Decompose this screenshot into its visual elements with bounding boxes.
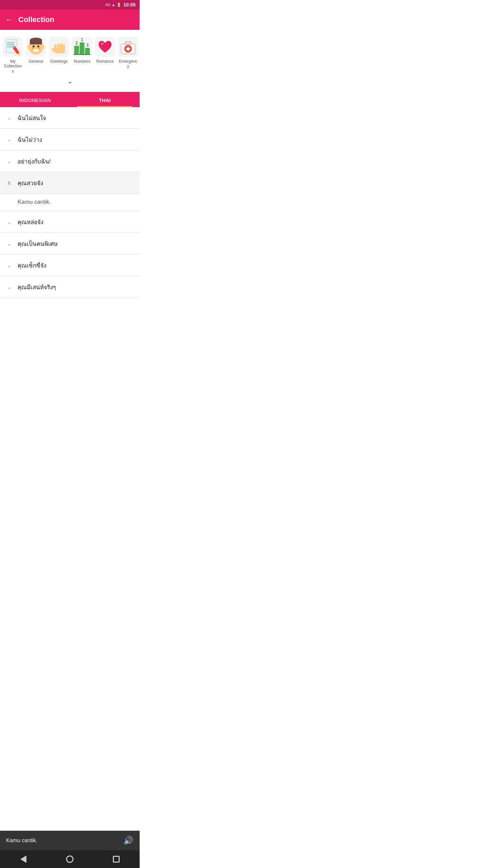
translation-row-4: Kamu cantik. [0, 194, 140, 211]
phrase-row-2[interactable]: ⌄ ฉันไม่ว่าง [0, 129, 140, 151]
tab-thai[interactable]: THAI [70, 92, 140, 107]
phrase-row-5[interactable]: ⌄ คุณหล่อจัง [0, 211, 140, 233]
signal-icon: ▲ [111, 3, 115, 7]
phrase-row-6[interactable]: ⌄ คุณเป็นคนพิเศษ [0, 233, 140, 255]
svg-rect-28 [80, 42, 84, 54]
tab-indonesian[interactable]: INDONESIAN [0, 92, 70, 107]
chevron-down-icon-6: ⌄ [5, 240, 13, 247]
svg-point-13 [37, 45, 39, 47]
chevron-down-icon-7: ⌄ [5, 262, 13, 269]
greetings-label: Greetings [50, 59, 68, 64]
category-emergency[interactable]: Emergency [117, 35, 140, 75]
phrase-text-1: ฉันไม่สนใจ [18, 113, 46, 122]
page-title: Collection [18, 15, 54, 24]
app-bar: ← Collection [0, 9, 140, 30]
category-general[interactable]: General [24, 35, 47, 75]
svg-rect-38 [126, 48, 130, 50]
greetings-svg-icon [50, 38, 68, 56]
phrase-row-1[interactable]: ⌄ ฉันไม่สนใจ [0, 107, 140, 129]
tabs-bar: INDONESIAN THAI [0, 92, 140, 107]
battery-icon: 🔋 [117, 3, 121, 7]
network-icon: 4G [105, 3, 110, 7]
phrase-list: ⌄ ฉันไม่สนใจ ⌄ ฉันไม่ว่าง ⌄ อย่ายุ่งกับฉ… [0, 107, 140, 298]
my-collections-label: My Collections [3, 59, 22, 74]
greetings-icon-wrap [49, 37, 69, 57]
general-icon-wrap [26, 37, 46, 57]
phrase-text-8: คุณมีเสน่ห์จริงๆ [18, 282, 56, 292]
emergency-label: Emergency [119, 59, 138, 69]
numbers-label: Numbers [74, 59, 90, 64]
emergency-svg-icon [119, 38, 137, 56]
svg-point-19 [42, 45, 44, 49]
category-my-collections[interactable]: My Collections [1, 35, 24, 75]
phrase-text-6: คุณเป็นคนพิเศษ [18, 239, 58, 248]
phrase-row-3[interactable]: ⌄ อย่ายุ่งกับฉัน! [0, 151, 140, 172]
svg-rect-32 [74, 54, 90, 55]
expand-row: ⌄ [0, 75, 140, 89]
svg-point-12 [33, 45, 35, 47]
numbers-svg-icon: 2 1 3 [73, 38, 91, 56]
chevron-down-icon-2: ⌄ [5, 136, 13, 143]
status-bar: 4G ▲ 🔋 10:05 [0, 0, 140, 9]
phrase-row-7[interactable]: ⌄ คุณเซ็กซี่จัง [0, 255, 140, 276]
general-label: General [29, 59, 43, 64]
categories-row: My Collections [0, 35, 140, 75]
chevron-down-icon-5: ⌄ [5, 218, 13, 225]
phrase-text-7: คุณเซ็กซี่จัง [18, 261, 46, 270]
svg-text:2: 2 [76, 41, 78, 45]
category-romance[interactable]: Romance [94, 35, 117, 75]
svg-rect-35 [125, 42, 131, 44]
romance-icon-wrap [95, 37, 115, 57]
phrase-row-4[interactable]: ∧ คุณสวยจัง [0, 172, 140, 194]
general-svg-icon [27, 38, 45, 56]
svg-point-15 [39, 48, 40, 49]
translation-text-4: Kamu cantik. [18, 199, 51, 205]
chevron-down-icon-1: ⌄ [5, 114, 13, 121]
my-collections-svg-icon [4, 38, 22, 56]
emergency-icon-wrap [118, 37, 138, 57]
svg-rect-24 [54, 48, 65, 53]
expand-chevron-icon[interactable]: ⌄ [67, 77, 73, 85]
phrase-text-5: คุณหล่อจัง [18, 217, 43, 226]
my-collections-icon-wrap [3, 37, 23, 57]
svg-rect-26 [74, 46, 79, 54]
categories-section: My Collections [0, 30, 140, 92]
svg-point-8 [15, 55, 16, 56]
chevron-up-icon-4: ∧ [5, 179, 13, 186]
svg-point-18 [27, 45, 30, 49]
phrase-text-3: อย่ายุ่งกับฉัน! [18, 157, 51, 166]
numbers-icon-wrap: 2 1 3 [72, 37, 92, 57]
romance-label: Romance [96, 59, 114, 64]
svg-point-14 [32, 48, 33, 49]
svg-rect-11 [30, 40, 42, 44]
chevron-down-icon-3: ⌄ [5, 158, 13, 165]
chevron-down-icon-8: ⌄ [5, 283, 13, 291]
category-numbers[interactable]: 2 1 3 Numbers [70, 35, 94, 75]
svg-text:1: 1 [81, 38, 83, 42]
back-button[interactable]: ← [5, 15, 13, 24]
category-greetings[interactable]: Greetings [47, 35, 70, 75]
svg-rect-30 [85, 48, 90, 54]
time-display: 10:05 [123, 2, 136, 7]
phrase-text-4: คุณสวยจัง [18, 178, 43, 188]
romance-svg-icon [96, 38, 114, 56]
status-icons: 4G ▲ 🔋 [105, 3, 122, 7]
phrase-text-2: ฉันไม่ว่าง [18, 135, 42, 144]
svg-text:3: 3 [86, 43, 89, 47]
phrase-row-8[interactable]: ⌄ คุณมีเสน่ห์จริงๆ [0, 276, 140, 298]
